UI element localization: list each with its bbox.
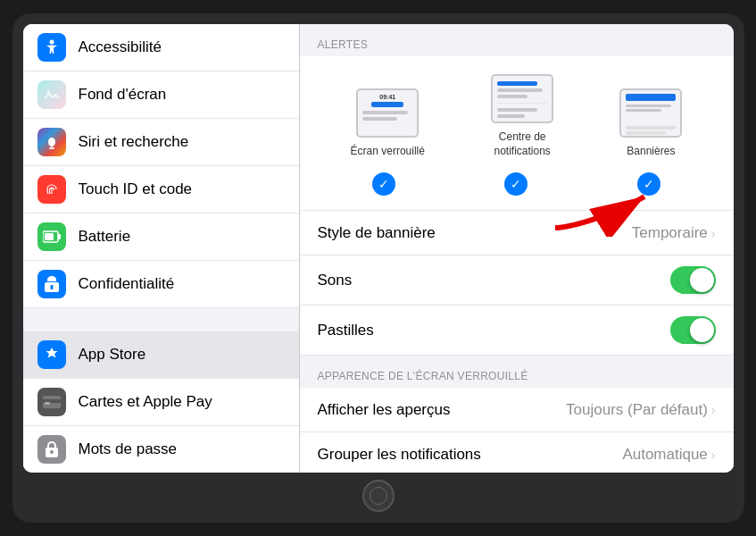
detail-panel: ALERTES 09:41 (300, 24, 734, 473)
sidebar-item-accessibility[interactable]: Accessibilité (23, 24, 299, 71)
svg-point-2 (48, 138, 55, 147)
alert-previews: 09:41 Écran verrouillé (300, 56, 734, 167)
sidebar-label-appstore: App Store (79, 346, 146, 364)
sidebar-label-wallpaper: Fond d'écran (79, 86, 167, 104)
svg-rect-6 (58, 234, 61, 239)
notif-line-blue-1 (497, 81, 537, 86)
alert-preview-banners[interactable]: Bannières (619, 88, 682, 159)
device-frame: Accessibilité Fond d'écran (12, 13, 744, 523)
aperçus-row[interactable]: Afficher les aperçus Toujours (Par défau… (300, 388, 734, 432)
appstore-icon (37, 340, 66, 369)
grouper-label: Grouper les notifications (318, 446, 481, 464)
passwords-icon (37, 435, 66, 464)
svg-rect-7 (45, 233, 54, 240)
sidebar-label-accessibility: Accessibilité (79, 38, 162, 56)
sidebar-item-wallpaper[interactable]: Fond d'écran (23, 71, 299, 119)
battery-icon (37, 222, 66, 251)
locked-time: 09:41 (379, 94, 395, 100)
notif-line-gray-2 (497, 95, 528, 98)
sidebar-label-applepay: Cartes et Apple Pay (79, 393, 212, 411)
svg-rect-12 (45, 402, 50, 405)
sidebar-item-battery[interactable]: Batterie (23, 214, 299, 261)
sidebar-item-appstore[interactable]: App Store (23, 331, 299, 379)
applepay-icon (37, 388, 66, 416)
banner-preview-content (621, 90, 680, 138)
svg-point-14 (50, 450, 54, 454)
notification-preview-content (493, 76, 552, 123)
home-button[interactable] (362, 480, 395, 512)
touchid-icon (37, 175, 66, 204)
banners-label: Bannières (627, 145, 675, 159)
notifications-check[interactable]: ✓ (504, 172, 528, 196)
siri-icon (37, 128, 66, 156)
detail-wrapper: ALERTES 09:41 (300, 24, 734, 473)
wallpaper-icon (37, 80, 66, 109)
screen-area: Accessibilité Fond d'écran (23, 24, 734, 473)
pastilles-label: Pastilles (318, 322, 374, 339)
check-row: ✓ ✓ ✓ (300, 167, 734, 211)
appearance-header: APPARENCE DE L'ÉCRAN VERROUILLÉ (300, 356, 734, 388)
home-button-area (23, 480, 734, 512)
sidebar-item-applepay[interactable]: Cartes et Apple Pay (23, 379, 299, 426)
sidebar-item-passwords[interactable]: Mots de passe (23, 426, 299, 473)
aperçus-value: Toujours (Par défaut) › (566, 401, 715, 419)
sidebar-label-touchid: Touch ID et code (79, 180, 193, 198)
svg-point-0 (49, 40, 54, 45)
alert-preview-notifications[interactable]: Centre de notifications (491, 74, 553, 158)
locked-device-preview: 09:41 (356, 88, 419, 138)
style-banniere-row[interactable]: Style de bannière Temporaire › (300, 211, 734, 255)
sons-row[interactable]: Sons (300, 255, 734, 306)
pastilles-row[interactable]: Pastilles (300, 306, 734, 356)
sidebar-item-privacy[interactable]: Confidentialité (23, 261, 299, 308)
alertes-header: ALERTES (300, 24, 734, 56)
sons-label: Sons (318, 272, 353, 289)
svg-rect-9 (50, 285, 53, 289)
aperçus-chevron: › (711, 403, 716, 417)
pastilles-toggle-knob (690, 318, 714, 342)
style-banniere-value: Temporaire › (632, 224, 716, 242)
home-button-inner (370, 487, 387, 505)
privacy-icon (37, 270, 66, 298)
sons-toggle-knob (690, 268, 714, 292)
sidebar: Accessibilité Fond d'écran (23, 24, 300, 473)
alert-previews-card: 09:41 Écran verrouillé (300, 56, 734, 211)
notifications-label: Centre de notifications (494, 130, 550, 158)
pastilles-toggle[interactable] (670, 316, 716, 344)
sidebar-label-battery: Batterie (79, 228, 131, 246)
banner-line-blue (626, 94, 676, 101)
banners-device-preview (619, 88, 682, 138)
grouper-chevron: › (711, 448, 716, 462)
sons-toggle[interactable] (670, 266, 716, 294)
banners-check[interactable]: ✓ (637, 172, 660, 196)
notif-line-gray-1 (497, 88, 542, 92)
sidebar-label-siri: Siri et recherche (79, 133, 189, 151)
accessibility-icon (37, 33, 66, 62)
sidebar-label-passwords: Mots de passe (79, 440, 178, 458)
style-chevron: › (711, 226, 716, 240)
grouper-row[interactable]: Grouper les notifications Automatique › (300, 432, 734, 473)
grouper-value: Automatique › (622, 446, 715, 464)
style-banniere-label: Style de bannière (318, 224, 436, 242)
locked-preview-content: 09:41 (358, 90, 417, 124)
sidebar-item-siri[interactable]: Siri et recherche (23, 119, 299, 166)
locked-check[interactable]: ✓ (372, 172, 395, 196)
alert-preview-locked[interactable]: 09:41 Écran verrouillé (351, 88, 425, 159)
sidebar-label-privacy: Confidentialité (79, 275, 175, 293)
notifications-device-preview (491, 74, 553, 123)
sidebar-separator (23, 308, 299, 331)
locked-label: Écran verrouillé (351, 145, 425, 159)
aperçus-label: Afficher les aperçus (318, 401, 451, 419)
sidebar-item-touchid[interactable]: Touch ID et code (23, 166, 299, 214)
